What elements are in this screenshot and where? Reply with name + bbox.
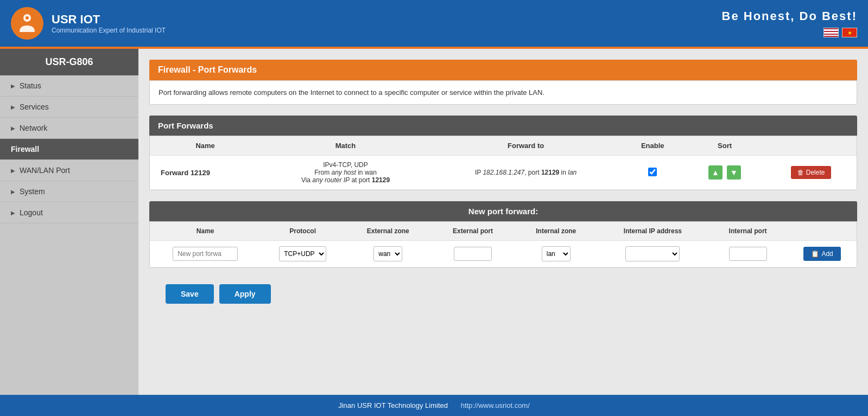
internal-ip-select[interactable] — [625, 246, 680, 261]
sidebar-item-label: Firewall — [11, 145, 39, 153]
new-forward-row: TCP+UDP TCP UDP wan lan — [150, 241, 857, 267]
new-forward-header: New port forward: — [149, 201, 857, 221]
sidebar-item-status[interactable]: ▶ Status — [0, 75, 138, 97]
sidebar-item-label: Logout — [20, 208, 43, 217]
internal-zone-select[interactable]: lan wan — [542, 246, 571, 261]
forward-zone: lan — [568, 169, 576, 176]
tagline: Communication Expert of Industrial IOT — [52, 27, 166, 34]
nf-ext-port-cell[interactable] — [431, 241, 514, 267]
port-forwards-section: Port Forwards Name Match Forward to Enab… — [149, 116, 857, 190]
col-name: Name — [150, 136, 261, 156]
add-label: Add — [821, 250, 833, 258]
page-title-section: Firewall - Port Forwards Port forwarding… — [149, 60, 857, 105]
header-title: USR IOT Communication Expert of Industri… — [52, 12, 166, 34]
footer-company: Jinan USR IOT Technology Limited — [338, 401, 448, 409]
row-match: IPv4-TCP, UDP From any host in wan Via a… — [261, 156, 430, 190]
header: USR IOT Communication Expert of Industri… — [0, 0, 868, 49]
col-actions — [765, 136, 857, 156]
internal-port-input[interactable] — [729, 247, 767, 261]
logo-icon — [11, 7, 43, 40]
sidebar-item-services[interactable]: ▶ Services — [0, 97, 138, 118]
enable-checkbox[interactable] — [648, 168, 657, 176]
flag-cn[interactable]: ★ — [842, 28, 857, 37]
row-delete[interactable]: 🗑 Delete — [765, 156, 857, 190]
sort-up-button[interactable]: ▲ — [708, 165, 723, 180]
sidebar-item-wan-lan[interactable]: ▶ WAN/LAN Port — [0, 160, 138, 181]
nf-col-int-ip: Internal IP address — [598, 222, 708, 241]
match-from: any host — [331, 169, 356, 176]
delete-button[interactable]: 🗑 Delete — [791, 166, 832, 179]
description-text: Port forwarding allows remote computers … — [159, 88, 544, 97]
nf-int-ip-cell[interactable] — [598, 241, 708, 267]
trash-icon: 🗑 — [797, 169, 804, 176]
external-port-input[interactable] — [454, 247, 492, 261]
sidebar-item-label: WAN/LAN Port — [20, 166, 70, 175]
new-port-forward-section: New port forward: Name Protocol External… — [149, 201, 857, 268]
sidebar-item-firewall[interactable]: Firewall — [0, 139, 138, 160]
nf-name-cell[interactable] — [150, 241, 261, 267]
nf-col-int-zone: Internal zone — [515, 222, 598, 241]
header-left: USR IOT Communication Expert of Industri… — [11, 7, 166, 40]
sidebar: USR-G806 ▶ Status ▶ Services ▶ Network F… — [0, 49, 138, 395]
sidebar-item-label: Network — [20, 124, 47, 132]
header-right: Be Honest, Do Best! ★ — [722, 9, 857, 37]
sidebar-item-network[interactable]: ▶ Network — [0, 118, 138, 139]
external-zone-select[interactable]: wan lan — [373, 246, 402, 261]
col-sort: Sort — [684, 136, 765, 156]
forward-ip: 182.168.1.247 — [483, 169, 524, 176]
footer-url[interactable]: http://www.usriot.com/ — [461, 401, 530, 409]
chevron-icon: ▶ — [11, 168, 15, 174]
nf-int-zone-cell[interactable]: lan wan — [515, 241, 598, 267]
apply-button[interactable]: Apply — [219, 284, 271, 304]
delete-label: Delete — [806, 169, 825, 176]
nf-protocol-cell[interactable]: TCP+UDP TCP UDP — [261, 241, 345, 267]
chevron-icon: ▶ — [11, 104, 15, 110]
flag-us[interactable] — [823, 28, 839, 37]
port-forwards-table: Name Match Forward to Enable Sort Forwar… — [150, 136, 857, 190]
svg-point-1 — [26, 16, 29, 20]
add-icon: 📋 — [811, 250, 819, 258]
chevron-icon: ▶ — [11, 83, 15, 89]
row-enable[interactable] — [622, 156, 684, 190]
new-forward-body: Name Protocol External zone External por… — [149, 221, 857, 268]
chevron-icon: ▶ — [11, 210, 15, 216]
slogan: Be Honest, Do Best! — [722, 9, 857, 23]
nf-col-ext-zone: External zone — [345, 222, 431, 241]
col-forward-to: Forward to — [430, 136, 622, 156]
table-row: Forward 12129 IPv4-TCP, UDP From any hos… — [150, 156, 857, 190]
col-match: Match — [261, 136, 430, 156]
flags: ★ — [823, 28, 857, 37]
brand-name: USR IOT — [52, 12, 166, 27]
new-forward-table: Name Protocol External zone External por… — [150, 222, 857, 267]
nf-col-ext-port: External port — [431, 222, 514, 241]
nf-col-name: Name — [150, 222, 261, 241]
port-forwards-table-wrapper: Name Match Forward to Enable Sort Forwar… — [149, 136, 857, 190]
nf-add-cell[interactable]: 📋 Add — [788, 241, 857, 267]
match-port: 12129 — [372, 176, 390, 184]
chevron-icon: ▶ — [11, 189, 15, 195]
new-port-name-input[interactable] — [173, 247, 238, 261]
sort-buttons: ▲ ▼ — [692, 165, 758, 180]
main-layout: USR-G806 ▶ Status ▶ Services ▶ Network F… — [0, 49, 868, 395]
port-forwards-header: Port Forwards — [149, 116, 857, 136]
save-button[interactable]: Save — [166, 284, 214, 304]
nf-col-action — [788, 222, 857, 241]
sidebar-title: USR-G806 — [0, 49, 138, 75]
footer: Jinan USR IOT Technology Limited http://… — [0, 395, 868, 416]
sort-down-button[interactable]: ▼ — [727, 165, 741, 180]
sidebar-item-system[interactable]: ▶ System — [0, 181, 138, 202]
match-via: any router IP — [312, 176, 350, 184]
row-name: Forward 12129 — [150, 156, 261, 190]
sidebar-item-label: Services — [20, 103, 49, 111]
row-sort: ▲ ▼ — [684, 156, 765, 190]
sidebar-item-logout[interactable]: ▶ Logout — [0, 202, 138, 223]
page-title: Firewall - Port Forwards — [149, 60, 857, 80]
forward-port: 12129 — [541, 169, 559, 176]
chevron-icon: ▶ — [11, 125, 15, 131]
nf-col-protocol: Protocol — [261, 222, 345, 241]
nf-ext-zone-cell[interactable]: wan lan — [345, 241, 431, 267]
add-button[interactable]: 📋 Add — [803, 247, 840, 261]
protocol-select[interactable]: TCP+UDP TCP UDP — [279, 246, 326, 261]
nf-col-int-port: Internal port — [708, 222, 788, 241]
nf-int-port-cell[interactable] — [708, 241, 788, 267]
